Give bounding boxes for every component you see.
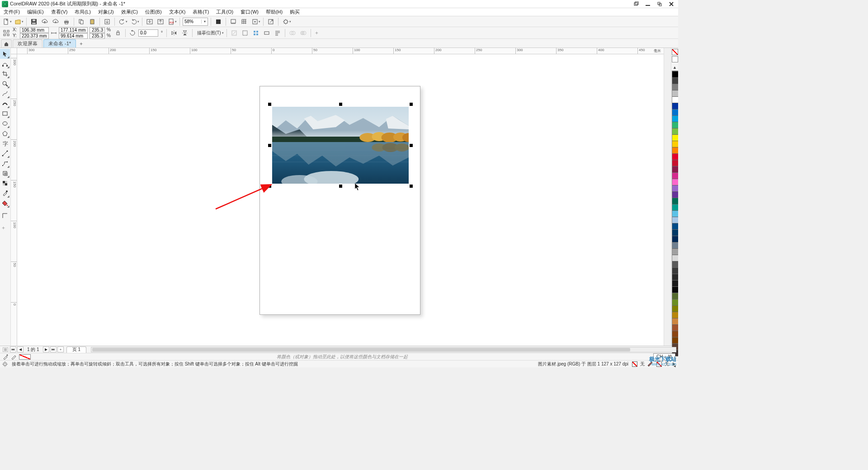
color-swatch[interactable] (672, 128, 679, 134)
color-swatch[interactable] (672, 185, 679, 191)
doc-palette-none[interactable] (19, 354, 31, 360)
paste-button[interactable] (88, 17, 97, 26)
menu-tools[interactable]: 工具(O) (214, 9, 235, 15)
maximize-button[interactable] (656, 1, 663, 7)
color-swatch[interactable] (672, 84, 679, 90)
export-image-button[interactable] (156, 17, 165, 26)
fill-tool[interactable]: ◢ (0, 198, 10, 208)
color-swatch[interactable] (672, 299, 679, 305)
eyedropper-icon[interactable] (3, 354, 8, 360)
redo-button[interactable]: ▾ (129, 17, 139, 26)
menu-layout[interactable]: 布局(L) (73, 9, 92, 15)
artistic-media-tool[interactable]: ◢ (0, 99, 10, 109)
ellipse-tool[interactable]: ◢ (0, 119, 10, 128)
crop-bitmap-button[interactable] (241, 28, 250, 38)
color-swatch[interactable] (672, 71, 679, 77)
undo-button[interactable]: ▾ (118, 17, 127, 26)
new-button[interactable]: ▾ (2, 17, 12, 26)
scale-x-input[interactable] (90, 27, 105, 33)
color-swatch[interactable] (672, 90, 679, 96)
color-swatch[interactable] (672, 96, 679, 103)
edit-bitmap-button[interactable] (230, 28, 239, 38)
color-swatch[interactable] (672, 191, 679, 198)
rectangle-tool[interactable]: ◢ (0, 109, 10, 119)
color-swatch[interactable] (672, 115, 679, 122)
scroll-thumb[interactable] (92, 348, 630, 351)
import-image-button[interactable] (145, 17, 154, 26)
copy-button[interactable] (77, 17, 86, 26)
color-swatch[interactable] (672, 236, 679, 242)
wrap-text-button[interactable] (273, 28, 282, 38)
close-button[interactable] (668, 1, 675, 7)
color-swatch[interactable] (672, 255, 679, 261)
launch-button[interactable] (266, 17, 275, 26)
child-restore-icon[interactable] (633, 1, 639, 7)
color-swatch[interactable] (672, 210, 679, 217)
drop-shadow-tool[interactable]: ◢ (0, 168, 10, 178)
cloud-download-button[interactable] (51, 17, 60, 26)
color-swatch[interactable] (672, 337, 679, 343)
shape-tool[interactable]: ◢ (0, 59, 10, 69)
color-swatch[interactable] (672, 217, 679, 223)
straighten-button[interactable] (262, 28, 271, 38)
color-swatch[interactable] (672, 141, 679, 147)
zoom-level[interactable]: ▾ (183, 18, 208, 26)
menu-help[interactable]: 帮助(H) (264, 9, 284, 15)
prev-page-button[interactable]: ◀ (17, 347, 24, 352)
tab-home[interactable] (1, 39, 12, 47)
mirror-horizontal-button[interactable] (170, 28, 179, 38)
vertical-scrollbar[interactable] (664, 48, 671, 346)
import-button[interactable] (103, 17, 112, 26)
menu-table[interactable]: 表格(T) (191, 9, 211, 15)
color-swatch[interactable] (672, 274, 679, 280)
color-swatch[interactable] (672, 166, 679, 172)
pencil-icon[interactable] (11, 354, 16, 360)
horizontal-scrollbar[interactable] (91, 347, 676, 352)
minimize-button[interactable] (645, 1, 651, 7)
add-property-button[interactable]: ＋ (314, 30, 320, 36)
ruler-origin[interactable] (11, 48, 17, 54)
color-swatch[interactable] (672, 331, 679, 337)
transparency-tool[interactable] (0, 178, 10, 188)
color-swatch[interactable] (672, 248, 679, 255)
color-swatch[interactable] (672, 160, 679, 166)
tab-add[interactable]: ＋ (77, 39, 85, 47)
snap-grid-button[interactable] (229, 17, 238, 26)
ruler-horizontal[interactable]: 300 250 200 150 100 50 0 50 100 150 200 … (17, 48, 664, 54)
lock-ratio-button[interactable] (113, 28, 123, 38)
color-swatch[interactable] (672, 179, 679, 185)
color-swatch[interactable] (672, 229, 679, 236)
palette-up-arrow[interactable]: ▲ (673, 65, 677, 70)
zoom-input[interactable] (183, 19, 201, 24)
connector-tool[interactable]: ◢ (0, 158, 10, 168)
add-tool-button[interactable]: ＋ (0, 224, 6, 231)
color-swatch[interactable] (672, 261, 679, 267)
open-button[interactable]: ▾ (14, 17, 24, 26)
parallel-dimension-tool[interactable]: ◢ (0, 148, 10, 158)
color-swatch[interactable] (672, 172, 679, 179)
y-input[interactable] (20, 33, 49, 39)
first-page-button[interactable]: ⏮ (10, 347, 16, 352)
page-tab[interactable]: 页 1 (66, 347, 86, 353)
powerclip-back-button[interactable] (299, 28, 308, 38)
color-swatch[interactable] (672, 280, 679, 286)
menu-window[interactable]: 窗口(W) (239, 9, 260, 15)
color-swatch[interactable] (672, 293, 679, 299)
viewport[interactable] (17, 54, 664, 346)
scale-y-input[interactable] (90, 33, 105, 39)
color-swatch[interactable] (672, 312, 679, 318)
color-swatch[interactable] (672, 122, 679, 128)
next-page-button[interactable]: ▶ (43, 347, 49, 352)
color-swatch[interactable] (672, 147, 679, 153)
color-swatch[interactable] (672, 204, 679, 210)
menu-effects[interactable]: 效果(C) (119, 9, 140, 15)
fill-swatch[interactable] (632, 361, 637, 367)
gear-icon[interactable] (2, 361, 8, 367)
color-swatch[interactable] (672, 109, 679, 115)
save-button[interactable] (29, 17, 38, 26)
snap-options-button[interactable]: ▾ (250, 17, 260, 26)
zoom-tool[interactable]: ◢ (0, 79, 10, 89)
text-tool[interactable]: 字 (0, 138, 10, 148)
freehand-tool[interactable]: ◢ (0, 89, 10, 99)
menu-text[interactable]: 文本(X) (167, 9, 188, 15)
